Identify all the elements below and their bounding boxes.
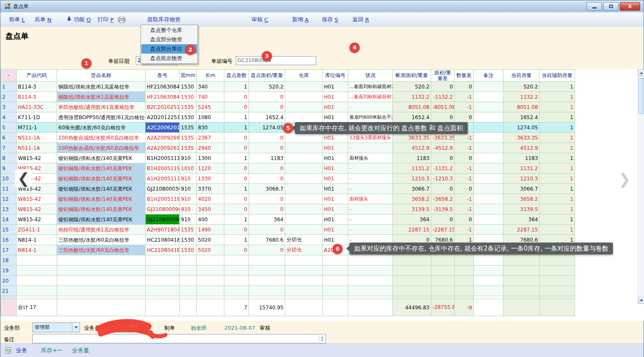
cell-name[interactable] [57, 299, 146, 316]
cell-n[interactable]: 19 [1, 266, 17, 276]
cell-roll[interactable] [146, 255, 180, 266]
cell-name[interactable] [57, 286, 146, 296]
cell-qty[interactable]: 0 [455, 184, 474, 194]
cell-aux[interactable]: 1 [540, 102, 575, 112]
cell-loc[interactable]: H01 [323, 163, 348, 174]
cell-note[interactable] [474, 174, 504, 184]
cell-count[interactable]: 0 [224, 102, 249, 112]
cell-wh[interactable] [285, 92, 323, 102]
cell-qty[interactable] [455, 255, 474, 266]
cell-stock[interactable] [504, 286, 540, 296]
cell-n[interactable]: 5 [1, 123, 17, 133]
cell-area[interactable]: 0 [249, 92, 285, 102]
cell-n[interactable]: 21 [1, 286, 17, 296]
cell-width[interactable]: 1530 [180, 245, 197, 255]
cell-aux[interactable]: 1 [540, 225, 575, 235]
cell-width[interactable] [180, 266, 197, 276]
menu-item-batch-goods[interactable]: 盘点批次物资 [141, 54, 197, 63]
cell-book[interactable]: 3658.2 [393, 194, 431, 204]
dept-combo[interactable]: 管理部 [32, 323, 80, 332]
col-header-loc[interactable]: 库位编号 [323, 70, 348, 82]
cell-n[interactable]: 15 [1, 225, 17, 235]
cell-note[interactable] [474, 299, 504, 316]
cell-length[interactable] [197, 255, 224, 266]
cell-stock[interactable]: 1274.05 [504, 123, 540, 133]
cell-loc[interactable] [323, 286, 348, 296]
cell-aux[interactable]: 1 [540, 82, 575, 92]
cell-code[interactable]: N511-1A [17, 133, 57, 143]
cell-area[interactable]: 1183 [249, 153, 285, 163]
cell-roll[interactable]: HC2108041801C [146, 235, 180, 245]
cell-qty[interactable]: -1 [455, 102, 474, 112]
cell-status[interactable]: - [348, 102, 393, 112]
cell-diff[interactable]: -8051.08 [431, 102, 455, 112]
cell-length[interactable] [197, 276, 224, 286]
tab-stock[interactable]: 库存+~ [41, 347, 62, 354]
cell-width[interactable]: 1535 [180, 102, 197, 112]
chevron-right-icon[interactable]: ❯ [618, 170, 631, 188]
cell-loc[interactable]: H01 [323, 133, 348, 143]
cell-wh[interactable] [285, 82, 323, 92]
cell-wh[interactable] [285, 174, 323, 184]
cell-n[interactable]: 20 [1, 276, 17, 286]
cell-name[interactable]: 镀铝铜版/强粘水胶/140克黄PEK [57, 184, 146, 194]
cell-code[interactable]: 合计 17 [17, 299, 57, 316]
cell-diff[interactable]: 0 [431, 153, 455, 163]
cell-qty[interactable]: 0 [455, 153, 474, 163]
cell-loc[interactable]: H01 [323, 225, 348, 235]
cell-status[interactable] [348, 286, 393, 296]
cell-note[interactable] [474, 214, 504, 225]
cell-loc[interactable]: H01 [323, 174, 348, 184]
cell-roll[interactable]: A2H9071804 [146, 225, 180, 235]
scroll-down-button[interactable] [638, 297, 644, 304]
refresh-doc-icon[interactable] [5, 347, 12, 355]
cell-wh[interactable] [285, 214, 323, 225]
remark-spinner[interactable] [319, 335, 325, 342]
cell-count[interactable] [224, 276, 249, 286]
cell-note[interactable] [474, 102, 504, 112]
col-header-book[interactable]: 帐面面积/重量 [393, 70, 431, 82]
cell-stock[interactable]: 1183 [504, 153, 540, 163]
cell-code[interactable]: B114-3 [17, 82, 57, 92]
cell-note[interactable] [474, 266, 504, 276]
chevron-left-icon[interactable]: ❮ [15, 169, 32, 188]
cell-count[interactable]: 1 [224, 214, 249, 225]
cell-diff[interactable]: -3633.35 [431, 133, 455, 143]
cell-roll[interactable]: B1H2005118 [146, 194, 180, 204]
cell-loc[interactable]: H01 [323, 112, 348, 123]
cell-diff[interactable]: -1210.3 [431, 174, 455, 184]
cell-wh[interactable] [285, 299, 323, 316]
cell-loc[interactable]: H01 [323, 235, 348, 245]
cell-loc[interactable]: H01 [323, 184, 348, 194]
cell-aux[interactable]: 1 [540, 163, 575, 174]
cell-stock[interactable]: 3658.2 [504, 194, 540, 204]
cell-roll[interactable] [146, 286, 180, 296]
cell-name[interactable] [57, 266, 146, 276]
cell-loc[interactable]: H01 [323, 194, 348, 204]
cell-n[interactable]: 10 [1, 174, 17, 184]
cell-aux[interactable] [540, 255, 575, 266]
cell-aux[interactable]: 1 [540, 214, 575, 225]
cell-width[interactable]: 1535 [180, 133, 197, 143]
cell-qty[interactable]: 0 [455, 214, 474, 225]
cell-length[interactable] [197, 299, 224, 316]
cell-roll[interactable] [146, 299, 180, 316]
tab-business[interactable]: 业务 [16, 347, 27, 354]
cell-book[interactable] [393, 286, 431, 296]
cell-qty[interactable] [455, 266, 474, 276]
cell-note[interactable] [474, 225, 504, 235]
col-header-width[interactable]: 宽mm [180, 70, 197, 82]
cell-status[interactable]: - [348, 204, 393, 214]
cell-code[interactable] [17, 266, 57, 276]
cell-n[interactable]: 1 [1, 82, 17, 92]
cell-note[interactable] [474, 184, 504, 194]
cell-stock[interactable]: 1210.3 [504, 174, 540, 184]
cell-width[interactable]: 1530 [180, 112, 197, 123]
cell-diff[interactable] [431, 286, 455, 296]
cell-area[interactable]: 7680.6 [249, 235, 285, 245]
prev-doc-button[interactable]: 前单L [9, 12, 25, 27]
cell-length[interactable]: 5245 [197, 102, 224, 112]
cell-book[interactable]: 44496.83 [393, 299, 431, 316]
cell-n[interactable]: 16 [1, 235, 17, 245]
cell-aux[interactable]: 1 [540, 123, 575, 133]
